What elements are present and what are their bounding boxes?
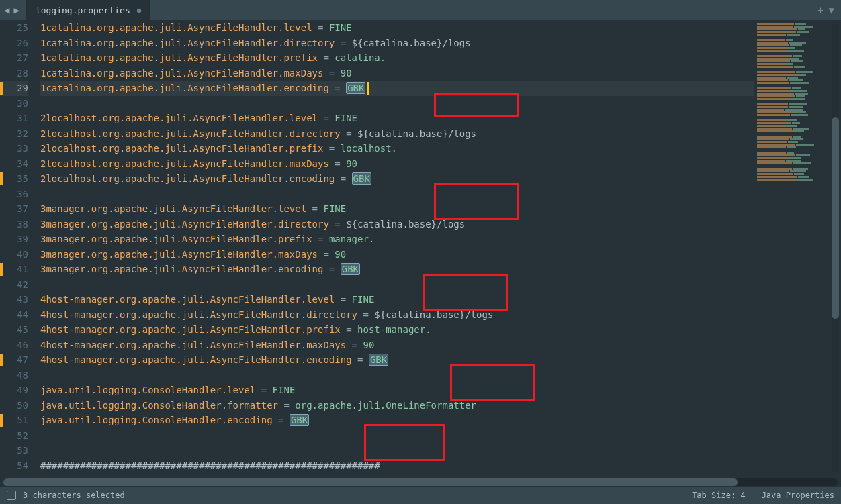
code-line[interactable]: 3manager.org.apache.juli.AsyncFileHandle… bbox=[40, 232, 754, 247]
code-line[interactable]: 4host-manager.org.apache.juli.AsyncFileH… bbox=[40, 338, 754, 353]
horizontal-scrollbar-thumb[interactable] bbox=[3, 478, 738, 486]
gutter-line[interactable]: 52 bbox=[0, 428, 28, 444]
code-line[interactable]: 2localhost.org.apache.juli.AsyncFileHand… bbox=[40, 156, 754, 172]
gutter-line[interactable]: 32 bbox=[0, 126, 28, 142]
gutter-line[interactable]: 41 bbox=[0, 262, 28, 277]
code-line[interactable]: java.util.logging.ConsoleHandler.encodin… bbox=[40, 413, 754, 428]
code-line[interactable]: 1catalina.org.apache.juli.AsyncFileHandl… bbox=[40, 36, 754, 51]
code-line[interactable]: ########################################… bbox=[40, 458, 754, 474]
line-gutter[interactable]: 2526272829303132333435363738394041424344… bbox=[0, 20, 35, 483]
code-line[interactable]: 2localhost.org.apache.juli.AsyncFileHand… bbox=[40, 111, 754, 126]
gutter-line[interactable]: 43 bbox=[0, 292, 28, 307]
horizontal-scrollbar[interactable] bbox=[3, 478, 838, 486]
gutter-line[interactable]: 51 bbox=[0, 413, 28, 428]
gutter-line[interactable]: 49 bbox=[0, 383, 28, 398]
tab-logging-properties[interactable]: logging.properties ● bbox=[26, 0, 151, 20]
add-tab-icon[interactable]: + bbox=[817, 5, 823, 15]
code-line[interactable]: 3manager.org.apache.juli.AsyncFileHandle… bbox=[40, 262, 754, 277]
gutter-line[interactable]: 28 bbox=[0, 66, 28, 81]
code-line[interactable]: 4host-manager.org.apache.juli.AsyncFileH… bbox=[40, 292, 754, 307]
code-line[interactable]: 1catalina.org.apache.juli.AsyncFileHandl… bbox=[40, 50, 754, 66]
code-line[interactable]: 2localhost.org.apache.juli.AsyncFileHand… bbox=[40, 126, 754, 142]
nav-forward-icon[interactable]: ▶ bbox=[12, 3, 20, 17]
gutter-line[interactable]: 39 bbox=[0, 232, 28, 247]
tab-modified-icon[interactable]: ● bbox=[137, 6, 142, 15]
gutter-line[interactable]: 40 bbox=[0, 247, 28, 262]
code-line[interactable] bbox=[40, 277, 754, 293]
gutter-line[interactable]: 33 bbox=[0, 141, 28, 156]
gutter-line[interactable]: 36 bbox=[0, 187, 28, 202]
gutter-line[interactable]: 46 bbox=[0, 338, 28, 353]
editor: 2526272829303132333435363738394041424344… bbox=[0, 20, 841, 483]
language-mode-button[interactable]: Java Properties bbox=[762, 491, 834, 500]
tab-bar: ◀ ▶ logging.properties ● + ▼ bbox=[0, 0, 841, 20]
code-line[interactable] bbox=[40, 443, 754, 458]
gutter-line[interactable]: 35 bbox=[0, 171, 28, 187]
gutter-line[interactable]: 37 bbox=[0, 201, 28, 217]
code-area[interactable]: 1catalina.org.apache.juli.AsyncFileHandl… bbox=[35, 20, 754, 483]
vertical-scrollbar-thumb[interactable] bbox=[832, 117, 839, 319]
code-line[interactable]: 4host-manager.org.apache.juli.AsyncFileH… bbox=[40, 352, 754, 368]
gutter-line[interactable]: 38 bbox=[0, 217, 28, 232]
gutter-line[interactable]: 50 bbox=[0, 398, 28, 413]
code-line[interactable]: 4host-manager.org.apache.juli.AsyncFileH… bbox=[40, 322, 754, 338]
gutter-line[interactable]: 27 bbox=[0, 50, 28, 66]
tab-size-button[interactable]: Tab Size: 4 bbox=[692, 491, 745, 500]
gutter-line[interactable]: 54 bbox=[0, 458, 28, 474]
gutter-line[interactable]: 53 bbox=[0, 443, 28, 458]
code-line[interactable]: java.util.logging.ConsoleHandler.level =… bbox=[40, 383, 754, 398]
nav-arrows: ◀ ▶ bbox=[3, 3, 21, 17]
code-line[interactable]: 1catalina.org.apache.juli.AsyncFileHandl… bbox=[40, 20, 754, 36]
gutter-line[interactable]: 45 bbox=[0, 322, 28, 338]
gutter-line[interactable]: 34 bbox=[0, 156, 28, 172]
panel-toggle-icon[interactable] bbox=[7, 491, 16, 500]
nav-back-icon[interactable]: ◀ bbox=[3, 3, 11, 17]
code-line[interactable]: 1catalina.org.apache.juli.AsyncFileHandl… bbox=[40, 66, 754, 81]
gutter-line[interactable]: 44 bbox=[0, 307, 28, 323]
gutter-line[interactable]: 30 bbox=[0, 96, 28, 111]
gutter-line[interactable]: 31 bbox=[0, 111, 28, 126]
code-line[interactable]: 3manager.org.apache.juli.AsyncFileHandle… bbox=[40, 247, 754, 262]
code-line[interactable] bbox=[40, 187, 754, 202]
code-line[interactable]: 1catalina.org.apache.juli.AsyncFileHandl… bbox=[40, 81, 754, 96]
tab-menu-icon[interactable]: ▼ bbox=[829, 5, 834, 15]
vertical-scrollbar[interactable] bbox=[832, 23, 839, 473]
code-line[interactable]: 3manager.org.apache.juli.AsyncFileHandle… bbox=[40, 217, 754, 232]
selection-status: 3 characters selected bbox=[23, 491, 125, 500]
minimap[interactable] bbox=[754, 20, 841, 483]
gutter-line[interactable]: 29 bbox=[0, 81, 28, 96]
status-bar: 3 characters selected Tab Size: 4 Java P… bbox=[0, 487, 841, 504]
code-line[interactable]: java.util.logging.ConsoleHandler.formatt… bbox=[40, 398, 754, 413]
code-line[interactable] bbox=[40, 96, 754, 111]
code-line[interactable]: 2localhost.org.apache.juli.AsyncFileHand… bbox=[40, 141, 754, 156]
gutter-line[interactable]: 48 bbox=[0, 368, 28, 383]
code-line[interactable]: 4host-manager.org.apache.juli.AsyncFileH… bbox=[40, 307, 754, 323]
gutter-line[interactable]: 47 bbox=[0, 352, 28, 368]
titlebar-actions: + ▼ bbox=[817, 5, 838, 15]
gutter-line[interactable]: 26 bbox=[0, 36, 28, 51]
gutter-line[interactable]: 25 bbox=[0, 20, 28, 36]
code-line[interactable]: 2localhost.org.apache.juli.AsyncFileHand… bbox=[40, 171, 754, 187]
code-line[interactable]: 3manager.org.apache.juli.AsyncFileHandle… bbox=[40, 201, 754, 217]
code-line[interactable] bbox=[40, 368, 754, 383]
tab-title: logging.properties bbox=[36, 5, 130, 15]
code-line[interactable] bbox=[40, 428, 754, 444]
gutter-line[interactable]: 42 bbox=[0, 277, 28, 293]
